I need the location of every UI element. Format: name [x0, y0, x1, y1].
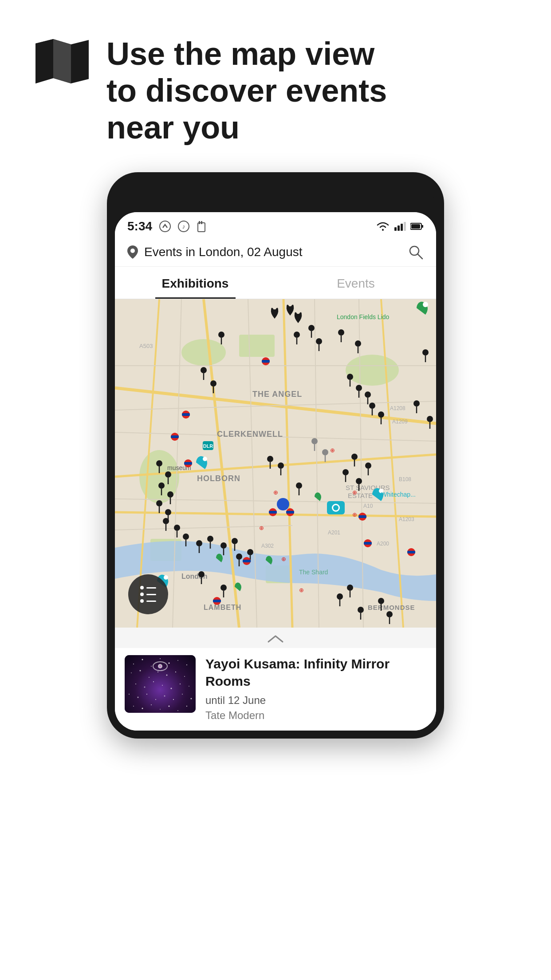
tab-events[interactable]: Events [276, 267, 436, 299]
svg-point-213 [184, 676, 185, 677]
svg-text:A200: A200 [377, 541, 389, 547]
svg-point-105 [427, 416, 433, 422]
card-info: Yayoi Kusama: Infinity Mirror Rooms unti… [205, 655, 426, 722]
svg-point-157 [347, 585, 353, 591]
svg-rect-184 [364, 542, 372, 545]
svg-point-200 [133, 664, 134, 664]
svg-point-231 [151, 704, 152, 705]
svg-point-135 [247, 549, 253, 555]
svg-point-123 [183, 533, 189, 540]
svg-text:A201: A201 [328, 530, 340, 536]
svg-point-205 [177, 660, 178, 661]
svg-point-227 [182, 694, 183, 695]
svg-point-215 [144, 687, 146, 688]
svg-point-93 [347, 374, 353, 380]
svg-point-228 [191, 698, 192, 699]
svg-rect-182 [358, 515, 366, 518]
svg-text:Whitechap...: Whitechap... [381, 491, 416, 498]
svg-text:A10: A10 [363, 503, 373, 509]
tab-exhibitions[interactable]: Exhibitions [115, 267, 276, 299]
svg-point-155 [337, 593, 343, 600]
svg-text:A1208: A1208 [390, 405, 405, 411]
svg-point-73 [288, 306, 292, 311]
card-title: Yayoi Kusama: Infinity Mirror Rooms [205, 655, 426, 690]
search-bar[interactable]: Events in London, 02 August [115, 238, 436, 267]
svg-marker-2 [35, 39, 53, 83]
svg-point-139 [278, 462, 284, 469]
svg-point-151 [198, 571, 205, 577]
expand-chevron-bar[interactable] [115, 628, 436, 648]
svg-point-201 [142, 659, 143, 660]
svg-point-85 [355, 340, 361, 347]
svg-point-211 [166, 675, 168, 676]
svg-point-230 [142, 708, 143, 709]
svg-point-145 [356, 478, 362, 484]
svg-point-89 [201, 367, 207, 373]
phone-device: 5:34 ♪ [107, 172, 444, 739]
svg-rect-8 [201, 221, 202, 224]
svg-point-53 [423, 302, 428, 307]
svg-point-163 [386, 611, 393, 617]
svg-point-214 [135, 684, 136, 684]
svg-point-107 [156, 460, 162, 466]
svg-point-161 [378, 598, 384, 604]
svg-point-220 [189, 686, 189, 687]
svg-point-9 [382, 229, 384, 231]
svg-text:HOLBORN: HOLBORN [197, 474, 240, 483]
svg-point-221 [129, 694, 130, 695]
svg-point-117 [165, 509, 171, 515]
svg-point-87 [422, 349, 429, 356]
svg-point-212 [175, 672, 176, 672]
svg-point-119 [163, 518, 169, 524]
svg-rect-16 [411, 224, 420, 229]
svg-point-207 [131, 672, 132, 673]
svg-point-167 [322, 449, 328, 455]
list-toggle-button[interactable] [128, 574, 168, 614]
svg-point-153 [220, 585, 227, 591]
svg-point-121 [174, 525, 180, 531]
signal-icon [394, 222, 406, 231]
svg-text:⊕: ⊕ [273, 489, 278, 496]
svg-point-60 [333, 505, 338, 510]
card-preview[interactable]: Yayoi Kusama: Infinity Mirror Rooms unti… [115, 648, 436, 731]
svg-text:THE ANGEL: THE ANGEL [252, 390, 302, 399]
svg-point-218 [171, 688, 172, 689]
phone-wrapper: 5:34 ♪ [0, 172, 551, 739]
svg-point-141 [296, 482, 302, 489]
phone-notch [231, 193, 320, 205]
svg-point-208 [140, 670, 141, 672]
svg-point-238 [159, 665, 161, 667]
svg-text:London Fields Lido: London Fields Lido [337, 313, 390, 320]
svg-point-203 [160, 658, 161, 659]
svg-text:ESTATE: ESTATE [348, 492, 373, 499]
svg-point-97 [365, 391, 371, 398]
status-bar: 5:34 ♪ [115, 212, 436, 238]
svg-point-216 [153, 681, 154, 682]
svg-point-209 [149, 677, 150, 678]
svg-point-137 [267, 456, 273, 462]
svg-rect-12 [401, 224, 403, 231]
svg-rect-178 [269, 511, 277, 514]
svg-text:BERMONDSE: BERMONDSE [368, 604, 415, 611]
phone-top-bar [115, 186, 436, 212]
svg-rect-188 [407, 551, 415, 553]
wifi-icon [376, 221, 390, 231]
svg-rect-7 [199, 221, 200, 224]
svg-point-223 [146, 694, 147, 695]
svg-rect-190 [213, 600, 221, 602]
svg-point-109 [165, 471, 171, 478]
svg-rect-10 [394, 227, 397, 231]
svg-text:⊕: ⊕ [259, 525, 264, 531]
search-icon[interactable] [408, 244, 424, 260]
map-area[interactable]: THE ANGEL CLERKENWELL HOLBORN London LAM… [115, 299, 436, 628]
svg-point-3 [160, 221, 170, 232]
svg-text:A503: A503 [139, 343, 153, 349]
svg-point-232 [160, 709, 161, 710]
svg-rect-180 [286, 511, 294, 514]
svg-point-133 [236, 553, 242, 560]
phone-screen: 5:34 ♪ [115, 212, 436, 731]
svg-rect-170 [182, 413, 190, 416]
chevron-up-icon [266, 634, 285, 644]
svg-point-233 [169, 706, 170, 707]
svg-point-219 [180, 684, 181, 684]
